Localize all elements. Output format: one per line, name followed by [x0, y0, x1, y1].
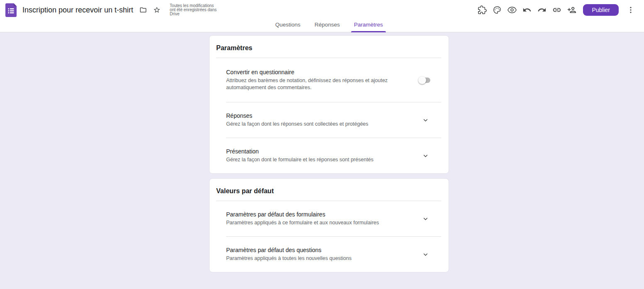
tab-label: Paramètres — [354, 22, 383, 28]
presentation-section-row[interactable]: Présentation Gérez la façon dont le form… — [210, 138, 449, 173]
palette-icon[interactable] — [490, 2, 505, 17]
question-defaults-row[interactable]: Paramètres par défaut des questions Para… — [210, 237, 449, 272]
tab-responses[interactable]: Réponses — [314, 20, 341, 32]
tab-active-underline — [351, 31, 386, 32]
quiz-setting-title: Convertir en questionnaire — [226, 69, 414, 75]
quiz-setting-text: Convertir en questionnaire Attribuez des… — [226, 69, 414, 91]
extensions-icon[interactable] — [475, 2, 490, 17]
form-defaults-title: Paramètres par défaut des formulaires — [226, 211, 420, 218]
toolbar-actions: Publier — [475, 2, 638, 17]
more-vert-icon[interactable] — [623, 2, 638, 17]
top-toolbar: Inscription pour recevoir un t-shirt Tou… — [0, 0, 644, 20]
preview-eye-icon[interactable] — [505, 2, 520, 17]
redo-icon[interactable] — [534, 2, 549, 17]
card-title: Paramètres — [210, 36, 449, 58]
move-to-folder-icon[interactable] — [139, 6, 147, 14]
quiz-setting-row: Convertir en questionnaire Attribuez des… — [210, 58, 449, 102]
settings-card: Paramètres Convertir en questionnaire At… — [209, 35, 449, 174]
form-defaults-description: Paramètres appliqués à ce formulaire et … — [226, 219, 420, 226]
star-icon[interactable] — [153, 6, 161, 14]
question-defaults-description: Paramètres appliqués à toutes les nouvel… — [226, 255, 420, 262]
forms-logo-icon[interactable] — [5, 3, 17, 17]
tab-label: Réponses — [315, 22, 340, 28]
tab-settings[interactable]: Paramètres — [353, 20, 384, 32]
presentation-section-text: Présentation Gérez la façon dont le form… — [226, 148, 420, 163]
publish-button[interactable]: Publier — [583, 4, 619, 16]
tab-bar: Questions Réponses Paramètres — [0, 20, 644, 32]
tab-label: Questions — [275, 22, 300, 28]
responses-section-text: Réponses Gérez la façon dont les réponse… — [226, 112, 420, 128]
form-defaults-text: Paramètres par défaut des formulaires Pa… — [226, 211, 420, 226]
settings-content: Paramètres Convertir en questionnaire At… — [209, 35, 449, 272]
card-title: Valeurs par défaut — [210, 179, 449, 201]
chevron-down-icon[interactable] — [420, 151, 430, 161]
undo-icon[interactable] — [520, 2, 534, 17]
google-forms-app: Inscription pour recevoir un t-shirt Tou… — [0, 0, 644, 289]
chevron-down-icon[interactable] — [420, 214, 430, 224]
quiz-setting-description: Attribuez des barèmes de notation, défin… — [226, 77, 414, 91]
tab-questions[interactable]: Questions — [274, 20, 301, 32]
quiz-toggle[interactable] — [418, 76, 430, 84]
save-status[interactable]: Toutes les modifications ont été enregis… — [170, 4, 219, 16]
toggle-thumb — [418, 76, 426, 84]
document-title[interactable]: Inscription pour recevoir un t-shirt — [22, 6, 133, 15]
question-defaults-text: Paramètres par défaut des questions Para… — [226, 247, 420, 262]
link-icon[interactable] — [549, 2, 564, 17]
presentation-section-title: Présentation — [226, 148, 420, 155]
defaults-card: Valeurs par défaut Paramètres par défaut… — [209, 178, 449, 272]
presentation-section-description: Gérez la façon dont le formulaire et les… — [226, 156, 420, 163]
responses-section-title: Réponses — [226, 112, 420, 119]
tabs: Questions Réponses Paramètres — [274, 20, 383, 32]
settings-page: Paramètres Convertir en questionnaire At… — [0, 32, 644, 289]
form-defaults-row[interactable]: Paramètres par défaut des formulaires Pa… — [210, 201, 449, 236]
add-collaborator-icon[interactable] — [564, 2, 579, 17]
question-defaults-title: Paramètres par défaut des questions — [226, 247, 420, 253]
responses-section-row[interactable]: Réponses Gérez la façon dont les réponse… — [210, 102, 449, 138]
chevron-down-icon[interactable] — [420, 250, 430, 260]
chevron-down-icon[interactable] — [420, 115, 430, 125]
responses-section-description: Gérez la façon dont les réponses sont co… — [226, 121, 420, 128]
